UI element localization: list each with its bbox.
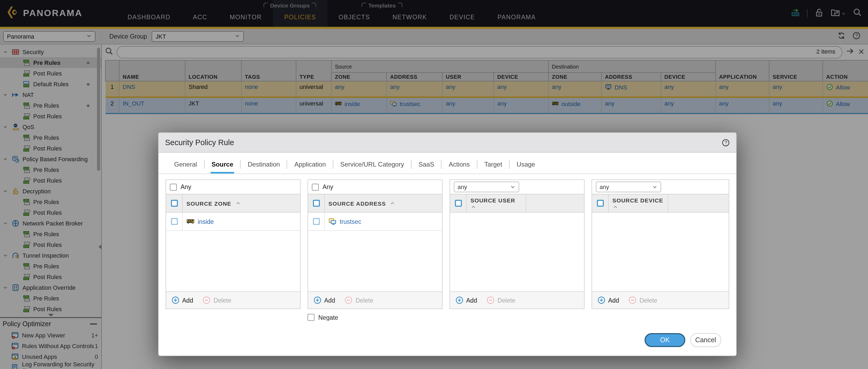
value-row: any [591, 179, 729, 194]
security-policy-rule-dialog: Security Policy Rule ? GeneralSourceDest… [158, 132, 737, 356]
help-icon[interactable]: ? [722, 138, 730, 146]
column-source-device: any SOURCE DEVICE Add Delete [591, 179, 729, 309]
cancel-button[interactable]: Cancel [690, 333, 721, 347]
list-header: SOURCE ADDRESS [308, 194, 442, 213]
dialog-tab-actions[interactable]: Actions [442, 160, 477, 169]
delete-button[interactable]: Delete [345, 296, 373, 304]
svg-text:?: ? [724, 140, 727, 145]
sort-header[interactable]: SOURCE ADDRESS [325, 194, 442, 212]
negate-row: Negate [308, 314, 736, 321]
add-button[interactable]: Add [597, 296, 619, 304]
list-footer: Add Delete [166, 291, 300, 308]
dialog-tab-usage[interactable]: Usage [509, 160, 542, 169]
list-footer: Add Delete [308, 291, 442, 308]
select-all-checkbox[interactable] [313, 200, 320, 207]
column-source-zone: Any SOURCE ZONE inside Add Delete [165, 179, 301, 309]
dialog-tab-service-url-category[interactable]: Service/URL Category [333, 160, 411, 169]
zone-icon [186, 217, 194, 226]
sort-header[interactable]: SOURCE DEVICE [609, 194, 668, 212]
any-row: Any [165, 179, 301, 194]
dialog-tab-general[interactable]: General [167, 160, 205, 169]
list-header: SOURCE DEVICE [592, 194, 729, 213]
sort-header[interactable]: SOURCE ZONE [183, 194, 300, 212]
add-button[interactable]: Add [313, 296, 335, 304]
dialog-tab-application[interactable]: Application [287, 160, 333, 169]
value-row: any [450, 179, 585, 194]
address-group-icon [329, 217, 337, 226]
column-source-user: any SOURCE USER Add Delete [450, 179, 585, 309]
delete-button[interactable]: Delete [203, 296, 231, 304]
item-link[interactable]: inside [198, 218, 214, 225]
list-header: SOURCE USER [450, 194, 584, 213]
any-checkbox[interactable] [312, 183, 319, 190]
any-row: Any [308, 179, 442, 194]
delete-button[interactable]: Delete [629, 296, 657, 304]
row-checkbox[interactable] [313, 218, 320, 225]
select-all-checkbox[interactable] [597, 200, 603, 207]
select-all-checkbox[interactable] [170, 200, 178, 207]
source-device-select[interactable]: any [596, 181, 661, 192]
dialog-tabs: GeneralSourceDestinationApplicationServi… [159, 153, 736, 169]
dialog-tab-target[interactable]: Target [477, 160, 510, 169]
add-button[interactable]: Add [456, 296, 477, 304]
ok-button[interactable]: OK [645, 333, 685, 347]
list-footer: Add Delete [592, 291, 729, 308]
list-item[interactable]: trustsec [308, 213, 442, 231]
column-source-address: Any SOURCE ADDRESS trustsec Add Delete [308, 179, 442, 309]
dialog-title-bar: Security Policy Rule ? [159, 133, 736, 153]
dialog-tab-saas[interactable]: SaaS [411, 160, 442, 169]
add-button[interactable]: Add [172, 296, 193, 304]
list-footer: Add Delete [450, 291, 584, 308]
negate-checkbox[interactable] [308, 314, 314, 321]
negate-label: Negate [318, 314, 338, 321]
any-checkbox[interactable] [170, 183, 177, 190]
sort-header[interactable]: SOURCE USER [467, 194, 526, 212]
dialog-tab-source[interactable]: Source [205, 160, 241, 169]
item-link[interactable]: trustsec [340, 218, 362, 225]
select-all-checkbox[interactable] [455, 200, 462, 207]
source-user-select[interactable]: any [454, 181, 519, 192]
dialog-tab-destination[interactable]: Destination [241, 160, 287, 169]
list-item[interactable]: inside [166, 213, 300, 231]
delete-button[interactable]: Delete [487, 296, 516, 304]
list-header: SOURCE ZONE [166, 194, 300, 213]
row-checkbox[interactable] [170, 218, 178, 225]
dialog-title: Security Policy Rule [165, 138, 234, 147]
